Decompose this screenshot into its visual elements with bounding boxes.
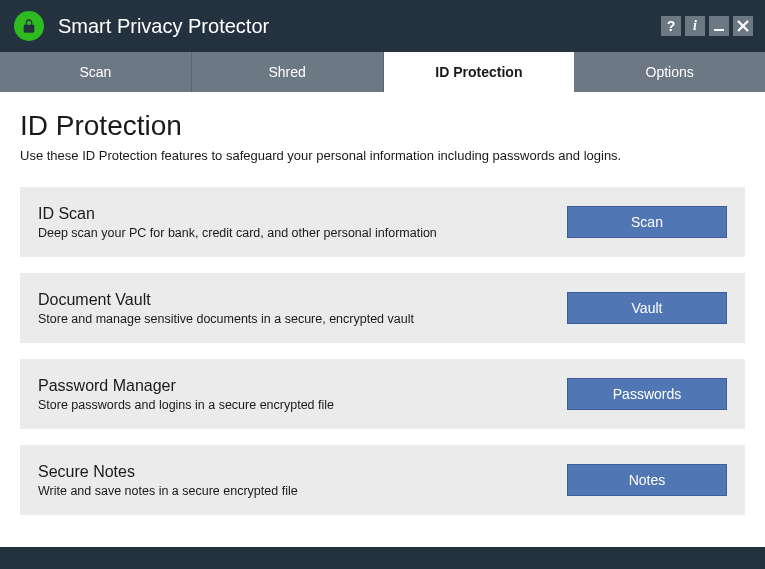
feature-password-manager: Password Manager Store passwords and log… <box>20 359 745 429</box>
feature-title: Password Manager <box>38 377 547 395</box>
page-title: ID Protection <box>20 110 745 142</box>
tabbar: Scan Shred ID Protection Options <box>0 52 765 92</box>
page-subtitle: Use these ID Protection features to safe… <box>20 148 745 163</box>
feature-text: Document Vault Store and manage sensitiv… <box>38 291 567 326</box>
feature-document-vault: Document Vault Store and manage sensitiv… <box>20 273 745 343</box>
main-content: ID Protection Use these ID Protection fe… <box>0 92 765 515</box>
info-button[interactable]: i <box>685 16 705 36</box>
scan-button[interactable]: Scan <box>567 206 727 238</box>
minimize-button[interactable] <box>709 16 729 36</box>
footer-bar <box>0 547 765 569</box>
feature-desc: Write and save notes in a secure encrypt… <box>38 484 547 498</box>
tab-options[interactable]: Options <box>574 52 765 92</box>
minimize-icon <box>713 20 725 32</box>
close-button[interactable] <box>733 16 753 36</box>
tab-scan[interactable]: Scan <box>0 52 192 92</box>
feature-title: Document Vault <box>38 291 547 309</box>
feature-desc: Store and manage sensitive documents in … <box>38 312 547 326</box>
feature-desc: Store passwords and logins in a secure e… <box>38 398 547 412</box>
feature-secure-notes: Secure Notes Write and save notes in a s… <box>20 445 745 515</box>
notes-button[interactable]: Notes <box>567 464 727 496</box>
feature-text: Secure Notes Write and save notes in a s… <box>38 463 567 498</box>
app-title: Smart Privacy Protector <box>58 15 661 38</box>
tab-shred[interactable]: Shred <box>192 52 384 92</box>
feature-text: Password Manager Store passwords and log… <box>38 377 567 412</box>
feature-title: Secure Notes <box>38 463 547 481</box>
passwords-button[interactable]: Passwords <box>567 378 727 410</box>
feature-id-scan: ID Scan Deep scan your PC for bank, cred… <box>20 187 745 257</box>
help-button[interactable]: ? <box>661 16 681 36</box>
close-icon <box>737 20 749 32</box>
app-logo <box>14 11 44 41</box>
feature-text: ID Scan Deep scan your PC for bank, cred… <box>38 205 567 240</box>
window-controls: ? i <box>661 16 753 36</box>
vault-button[interactable]: Vault <box>567 292 727 324</box>
tab-id-protection[interactable]: ID Protection <box>384 52 575 92</box>
titlebar: Smart Privacy Protector ? i <box>0 0 765 52</box>
feature-desc: Deep scan your PC for bank, credit card,… <box>38 226 547 240</box>
lock-icon <box>21 16 37 36</box>
feature-title: ID Scan <box>38 205 547 223</box>
svg-rect-0 <box>714 29 724 31</box>
